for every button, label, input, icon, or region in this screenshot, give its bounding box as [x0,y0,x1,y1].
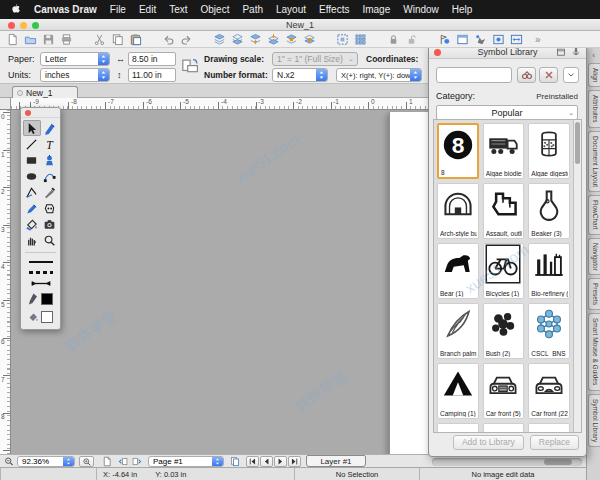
menu-help[interactable]: Help [452,4,473,15]
replace-button[interactable]: Replace [530,435,579,450]
page-height-input[interactable] [128,68,176,82]
palette-window-icon[interactable] [556,47,566,57]
select-grid-icon[interactable] [354,33,367,46]
search-button[interactable] [517,67,536,83]
camera-tool[interactable] [41,216,59,232]
symbol-item[interactable]: Bear (1) [437,243,479,299]
lasso-tool[interactable] [41,200,59,216]
menu-image[interactable]: Image [362,4,390,15]
unlock-icon[interactable] [405,33,418,46]
symbol-item[interactable]: Arch-style building [437,183,479,239]
symbol-item[interactable]: Camping (1) [437,363,479,419]
tab-close-icon[interactable] [17,90,23,96]
search-options-button[interactable] [563,67,579,83]
select-bounds-icon[interactable] [336,33,349,46]
apple-menu-icon[interactable] [9,3,21,16]
prev-page-button[interactable] [260,456,273,467]
menu-window[interactable]: Window [403,4,439,15]
open-document-icon[interactable] [24,33,37,46]
symbol-item[interactable] [528,423,570,432]
lock-icon[interactable] [387,33,400,46]
menu-edit[interactable]: Edit [139,4,156,15]
copy-icon[interactable] [111,33,124,46]
zoom-tool[interactable] [41,232,59,248]
symbol-item[interactable]: Algae biodiesel tra [483,123,525,179]
symbol-item[interactable]: CSCL_BNS [528,303,570,359]
snap-tool-icon[interactable] [438,33,451,46]
last-page-button[interactable] [288,456,301,467]
selection-tool[interactable] [23,120,41,136]
paint-bucket-tool[interactable] [23,216,41,232]
first-page-button[interactable] [246,456,259,467]
stroke-style-solid[interactable] [21,256,60,267]
zoom-out-icon[interactable] [3,456,15,467]
menu-path[interactable]: Path [242,4,263,15]
fit-width-icon[interactable] [510,33,523,46]
center-object-icon[interactable] [492,33,505,46]
line-tool[interactable] [23,136,41,152]
category-select[interactable]: Popular ⌄ [436,105,578,120]
symbol-item[interactable] [437,423,479,432]
menu-layout[interactable]: Layout [276,4,306,15]
add-to-library-button[interactable]: Add to Library [453,435,524,450]
number-format-select[interactable]: N.x2 [272,68,328,82]
dock-tab-smart-mouse-guides[interactable]: Smart Mouse & Guides [588,313,600,390]
next-page-button[interactable] [274,456,287,467]
symbol-item[interactable]: Branch palm tree [437,303,479,359]
page-select[interactable]: Page #1 [148,456,224,467]
symbol-item[interactable] [483,423,525,432]
dock-tab-navigator[interactable]: Navigator [588,238,600,276]
polygon-tool[interactable] [23,184,41,200]
bezier-tool[interactable] [41,168,59,184]
save-icon[interactable] [42,33,55,46]
paste-icon[interactable] [129,33,142,46]
menu-app[interactable]: Canvas Draw [34,4,97,15]
fill-color-swatch[interactable] [41,311,53,323]
orientation-icon[interactable] [181,56,198,74]
fill-color-well[interactable] [21,309,60,325]
units-select[interactable]: inches [40,68,110,82]
stroke-color-swatch[interactable] [41,293,53,305]
text-tool[interactable]: T [41,136,59,152]
symbol-item[interactable]: Bicycles (1) [483,243,525,299]
menu-effects[interactable]: Effects [319,4,349,15]
dock-tab-attributes[interactable]: Attributes [588,90,600,127]
dock-tab-flowchart[interactable]: FlowChart [588,195,600,235]
previous-page-icon[interactable] [117,456,129,467]
cut-icon[interactable] [93,33,106,46]
redo-icon[interactable] [180,33,193,46]
stroke-color-well[interactable] [21,291,60,307]
layer-tab[interactable]: Layer #1 [306,455,366,467]
print-icon[interactable] [60,33,73,46]
paper-select[interactable]: Letter [40,52,110,66]
ink-tool[interactable] [41,152,59,168]
dock-expand-icon[interactable]: ‹ [587,51,600,63]
stroke-style-arrows[interactable] [21,278,60,289]
toolbar-overflow-button[interactable]: » [535,34,541,45]
document-tab[interactable]: New_1 [12,86,78,98]
send-to-back-icon[interactable] [231,33,244,46]
undo-icon[interactable] [162,33,175,46]
page-width-input[interactable] [128,52,176,66]
symbol-grid-scrollbar[interactable] [573,120,581,432]
rectangle-tool[interactable] [23,152,41,168]
dock-anchor-icon[interactable] [571,47,581,57]
symbol-item[interactable]: Car front (22) [528,363,570,419]
toolbox-close-button[interactable] [25,110,31,116]
symbol-item[interactable]: Bush (2) [483,303,525,359]
next-page-icon[interactable] [131,456,143,467]
send-backward-icon[interactable] [267,33,280,46]
new-view-icon[interactable] [456,33,469,46]
new-page-icon[interactable] [101,456,113,467]
ellipse-tool[interactable] [23,168,41,184]
coordinates-select[interactable]: X(+): right, Y(+): down [336,68,422,82]
duplicate-page-icon[interactable] [229,456,241,467]
menu-text[interactable]: Text [169,4,187,15]
scrollbar-thumb[interactable] [575,122,580,164]
bring-to-front-icon[interactable] [213,33,226,46]
move-below-icon[interactable] [303,33,316,46]
zoom-in-button[interactable] [79,456,94,467]
horizontal-scrollbar[interactable] [432,458,582,466]
knife-tool[interactable] [41,184,59,200]
dock-tab-align[interactable]: Align [588,63,600,87]
